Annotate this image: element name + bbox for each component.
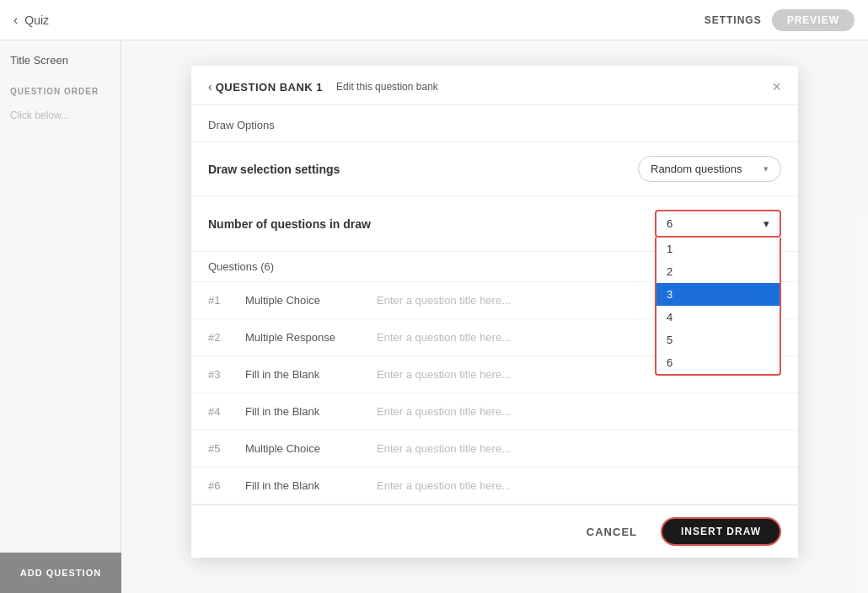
sidebar: Title Screen QUESTION ORDER Click below.… bbox=[0, 40, 121, 593]
question-num-4: #4 bbox=[208, 405, 232, 418]
modal-footer: CANCEL INSERT DRAW bbox=[191, 505, 798, 558]
dropdown-option-5[interactable]: 5 bbox=[656, 329, 780, 351]
question-bank-title: QUESTION BANK 1 bbox=[216, 81, 323, 93]
sidebar-click-below: Click below... bbox=[0, 103, 121, 128]
insert-draw-button[interactable]: INSERT DRAW bbox=[661, 517, 781, 546]
top-bar-right: SETTINGS PREVIEW bbox=[705, 9, 855, 31]
add-question-bar[interactable]: ADD QUESTION bbox=[0, 553, 121, 593]
question-title-6: Enter a question title here... bbox=[377, 479, 781, 492]
question-num-3: #3 bbox=[208, 368, 232, 381]
table-row: #6 Fill in the Blank Enter a question ti… bbox=[191, 467, 798, 505]
question-type-2: Multiple Response bbox=[245, 331, 363, 344]
question-type-4: Fill in the Blank bbox=[245, 405, 363, 418]
top-bar: ‹ Quiz SETTINGS PREVIEW bbox=[0, 0, 868, 40]
question-num-1: #1 bbox=[208, 294, 232, 307]
back-arrow-icon[interactable]: ‹ bbox=[13, 13, 18, 28]
table-row: #5 Multiple Choice Enter a question titl… bbox=[191, 430, 798, 467]
draw-selection-label: Draw selection settings bbox=[208, 163, 340, 176]
dropdown-option-2[interactable]: 2 bbox=[656, 260, 780, 283]
dropdown-option-3[interactable]: 3 bbox=[656, 283, 780, 306]
draw-selection-row: Draw selection settings Random questions… bbox=[191, 142, 798, 196]
question-type-5: Multiple Choice bbox=[245, 442, 363, 455]
chevron-down-icon: ▾ bbox=[764, 163, 769, 174]
draw-selection-value: Random questions bbox=[651, 163, 742, 175]
sidebar-title-screen[interactable]: Title Screen bbox=[0, 40, 121, 80]
number-dropdown-container: 6 ▾ 1 2 3 4 5 6 bbox=[655, 210, 781, 238]
draw-options-header: Draw Options bbox=[191, 105, 798, 142]
question-type-6: Fill in the Blank bbox=[245, 479, 363, 492]
dropdown-option-6[interactable]: 6 bbox=[656, 351, 780, 374]
top-bar-left: ‹ Quiz bbox=[13, 13, 49, 28]
question-title-5: Enter a question title here... bbox=[377, 442, 781, 455]
add-question-label: ADD QUESTION bbox=[20, 568, 101, 578]
modal-close-button[interactable]: × bbox=[772, 79, 781, 94]
chevron-down-icon-2: ▾ bbox=[764, 217, 769, 230]
table-row: #4 Fill in the Blank Enter a question ti… bbox=[191, 393, 798, 430]
question-type-1: Multiple Choice bbox=[245, 294, 363, 307]
modal-dialog: ‹ QUESTION BANK 1 Edit this question ban… bbox=[191, 66, 798, 558]
question-num-6: #6 bbox=[208, 479, 232, 492]
dropdown-option-4[interactable]: 4 bbox=[656, 306, 780, 329]
question-num-2: #2 bbox=[208, 331, 232, 344]
question-type-3: Fill in the Blank bbox=[245, 368, 363, 381]
edit-question-bank-link[interactable]: Edit this question bank bbox=[336, 81, 438, 93]
question-num-5: #5 bbox=[208, 442, 232, 455]
sidebar-question-order-label: QUESTION ORDER bbox=[0, 80, 121, 103]
dropdown-option-1[interactable]: 1 bbox=[656, 238, 780, 260]
quiz-title: Quiz bbox=[24, 13, 49, 27]
main-area: ‹ QUESTION BANK 1 Edit this question ban… bbox=[121, 40, 868, 593]
number-dropdown-value: 6 bbox=[667, 217, 672, 230]
settings-label[interactable]: SETTINGS bbox=[705, 14, 762, 26]
number-dropdown-button[interactable]: 6 ▾ bbox=[655, 210, 781, 238]
number-of-questions-row: Number of questions in draw 6 ▾ 1 2 3 4 bbox=[191, 196, 798, 252]
preview-button[interactable]: PREVIEW bbox=[772, 9, 855, 31]
modal-header: ‹ QUESTION BANK 1 Edit this question ban… bbox=[191, 66, 798, 105]
number-dropdown-list: 1 2 3 4 5 6 bbox=[655, 238, 781, 376]
modal-back-button[interactable]: ‹ QUESTION BANK 1 bbox=[208, 80, 323, 93]
chevron-left-icon: ‹ bbox=[208, 80, 212, 93]
cancel-button[interactable]: CANCEL bbox=[573, 519, 651, 545]
modal-overlay: ‹ QUESTION BANK 1 Edit this question ban… bbox=[121, 40, 868, 593]
modal-body: Draw Options Draw selection settings Ran… bbox=[191, 105, 798, 505]
number-of-questions-label: Number of questions in draw bbox=[208, 217, 371, 231]
question-title-4: Enter a question title here... bbox=[377, 405, 781, 418]
draw-selection-dropdown[interactable]: Random questions ▾ bbox=[638, 156, 781, 182]
